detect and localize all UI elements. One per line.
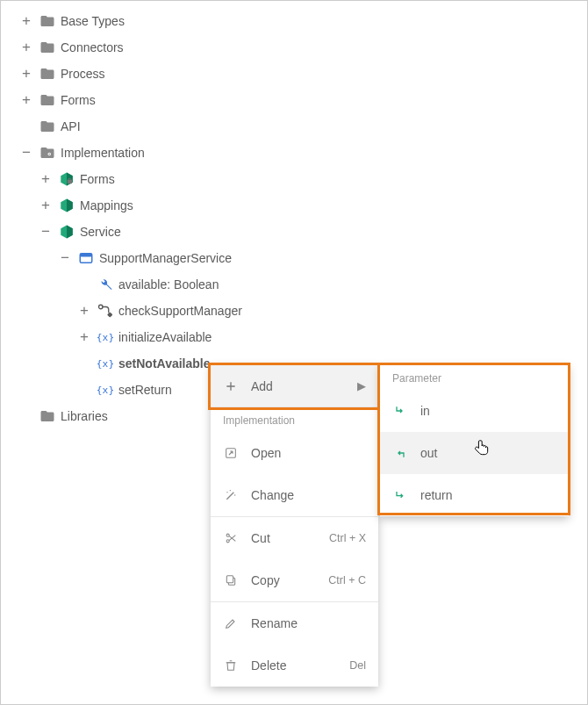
open-icon	[223, 445, 239, 461]
tree-item-available[interactable]: + available: Boolean	[3, 271, 587, 298]
service-icon	[78, 250, 94, 266]
menu-label: Delete	[251, 658, 337, 673]
folder-icon	[39, 40, 55, 55]
menu-label: return	[420, 488, 556, 502]
tree-label: SupportManagerService	[99, 251, 232, 265]
submenu-header: Parameter	[380, 365, 569, 390]
package-icon	[59, 224, 75, 240]
folder-icon	[39, 119, 55, 134]
menu-shortcut: Ctrl + X	[329, 532, 366, 544]
arrow-return-icon	[392, 487, 408, 503]
arrow-in-icon	[392, 403, 408, 419]
expand-icon[interactable]: +	[18, 13, 34, 29]
tree-item-service[interactable]: − Service	[3, 219, 587, 245]
context-menu: Add ▶ Implementation Open Change Cut Ctr…	[211, 365, 378, 687]
tree-item-forms-top[interactable]: + Forms	[3, 87, 587, 113]
tree-label: Connectors	[61, 40, 124, 54]
collapse-icon[interactable]: −	[38, 224, 54, 240]
tree-label: available: Boolean	[118, 277, 219, 291]
plus-icon	[223, 378, 239, 394]
menu-open[interactable]: Open	[211, 432, 378, 474]
copy-icon	[223, 572, 239, 588]
braces-icon: {x}	[97, 382, 113, 398]
menu-section-header: Implementation	[211, 407, 378, 432]
menu-label: Open	[251, 446, 366, 460]
tree-item-implementation[interactable]: − Implementation	[3, 140, 587, 166]
menu-rename[interactable]: Rename	[211, 602, 378, 644]
arrow-out-icon	[392, 445, 408, 461]
tree-label: Libraries	[61, 409, 108, 423]
svg-rect-7	[107, 312, 112, 317]
menu-copy[interactable]: Copy Ctrl + C	[211, 559, 378, 601]
scissors-icon	[223, 530, 239, 546]
trash-icon	[223, 658, 239, 673]
collapse-icon[interactable]: −	[57, 250, 73, 266]
tree-item-check-support-manager[interactable]: + checkSupportManager	[3, 298, 587, 324]
tree-label: Process	[61, 67, 105, 81]
menu-label: Cut	[251, 531, 317, 545]
tree-label: setReturn	[118, 383, 172, 397]
expand-icon[interactable]: +	[18, 66, 34, 82]
expand-icon[interactable]: +	[38, 171, 54, 187]
wand-icon	[223, 487, 239, 503]
submenu-return[interactable]: return	[380, 474, 569, 516]
expand-icon[interactable]: +	[38, 198, 54, 213]
tree-item-base-types[interactable]: + Base Types	[3, 8, 587, 34]
svg-rect-5	[80, 254, 92, 257]
context-submenu: Parameter in out return	[380, 365, 569, 516]
tree-item-initialize-available[interactable]: + {x} initializeAvailable	[3, 324, 587, 350]
tree-item-forms[interactable]: + Forms	[3, 166, 587, 192]
menu-shortcut: Del	[349, 659, 366, 672]
flow-icon	[97, 303, 113, 319]
menu-label: Add	[251, 379, 345, 393]
menu-delete[interactable]: Delete Del	[211, 644, 378, 687]
pencil-icon	[223, 615, 239, 631]
wrench-icon	[97, 277, 113, 292]
tree-item-mappings[interactable]: + Mappings	[3, 192, 587, 219]
menu-change[interactable]: Change	[211, 474, 378, 516]
folder-icon	[39, 92, 55, 108]
submenu-out[interactable]: out	[380, 432, 569, 474]
tree-label: Forms	[61, 93, 96, 107]
package-icon	[59, 198, 75, 213]
expand-icon[interactable]: +	[18, 40, 34, 55]
tree-label: setNotAvailable	[118, 356, 211, 370]
chevron-right-icon: ▶	[357, 379, 366, 392]
svg-point-13	[230, 490, 231, 491]
expand-icon[interactable]: +	[18, 92, 34, 108]
svg-rect-18	[226, 576, 233, 583]
menu-cut[interactable]: Cut Ctrl + X	[211, 517, 378, 559]
tree-label: Base Types	[61, 14, 125, 28]
folder-icon	[39, 408, 55, 424]
svg-text:{x}: {x}	[97, 332, 113, 343]
menu-add[interactable]: Add ▶	[211, 365, 378, 407]
braces-icon: {x}	[97, 329, 113, 345]
tree-item-connectors[interactable]: + Connectors	[3, 34, 587, 61]
tree-label: Service	[80, 225, 121, 239]
tree-item-process[interactable]: + Process	[3, 61, 587, 87]
tree-item-support-manager-service[interactable]: − SupportManagerService	[3, 245, 587, 271]
svg-point-12	[226, 492, 227, 493]
menu-label: Change	[251, 488, 366, 502]
menu-label: Rename	[251, 616, 366, 630]
tree-item-api[interactable]: + API	[3, 113, 587, 140]
svg-point-1	[48, 154, 50, 155]
tree-label: initializeAvailable	[118, 330, 212, 344]
svg-point-14	[234, 494, 235, 495]
menu-label: out	[420, 446, 556, 460]
expand-icon[interactable]: +	[76, 329, 92, 345]
package-lock-icon	[59, 171, 75, 187]
svg-text:{x}: {x}	[97, 358, 113, 370]
collapse-icon[interactable]: −	[18, 145, 34, 161]
folder-gear-icon	[39, 145, 55, 161]
tree-label: Implementation	[61, 146, 145, 160]
braces-icon: {x}	[97, 356, 113, 371]
menu-label: in	[420, 404, 556, 418]
submenu-in[interactable]: in	[380, 390, 569, 432]
tree-label: checkSupportManager	[118, 304, 242, 318]
menu-label: Copy	[251, 573, 316, 587]
folder-icon	[39, 13, 55, 29]
expand-icon[interactable]: +	[76, 303, 92, 319]
tree-label: Mappings	[80, 198, 133, 212]
tree-label: API	[61, 119, 81, 133]
